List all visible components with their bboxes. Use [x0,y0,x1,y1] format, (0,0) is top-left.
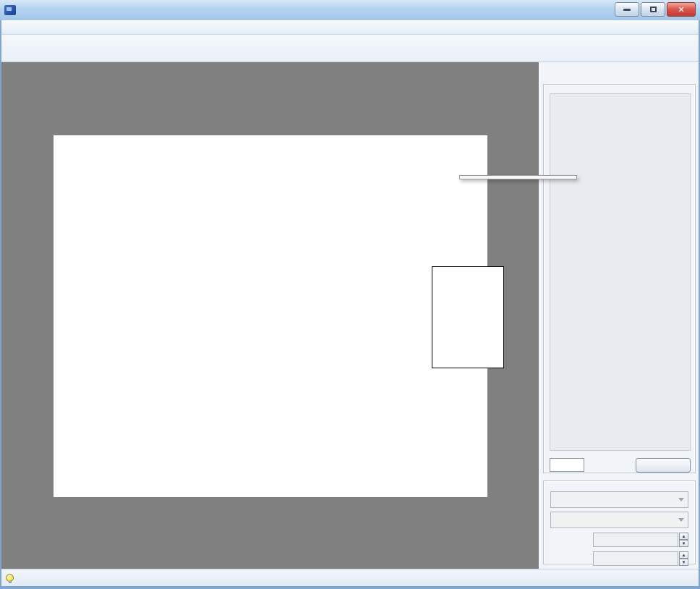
font-family-select[interactable] [550,491,688,508]
color-groupbox [543,84,696,473]
font-groupbox: ▲ ▼ ▲ ▼ [543,480,696,564]
font-angle-input[interactable] [593,551,678,566]
size-step-up-button[interactable]: ▲ [679,533,688,540]
close-button[interactable]: ✕ [667,2,696,17]
chevron-down-icon [678,498,684,504]
more-colors-button[interactable] [636,458,691,473]
chevron-down-icon [678,518,684,525]
font-size-input[interactable] [593,533,678,547]
chart-canvas[interactable] [54,135,487,497]
context-menu [459,175,577,179]
app-window: ✕ [0,0,700,589]
angle-step-down-button[interactable]: ▼ [679,559,688,566]
font-style-select[interactable] [550,512,688,528]
maximize-button[interactable] [641,2,665,17]
toolbar [1,35,699,62]
minimize-icon [623,9,631,11]
right-panel: ▲ ▼ ▲ ▼ [539,62,699,569]
app-icon [4,5,16,15]
desktop-area[interactable] [1,62,539,569]
minimize-button[interactable] [615,2,639,17]
maximize-icon [650,7,657,12]
angle-step-up-button[interactable]: ▲ [679,551,688,559]
chart-legend[interactable] [432,266,504,368]
lightbulb-icon [6,574,14,582]
status-bar [1,569,699,586]
size-step-down-button[interactable]: ▼ [679,540,688,547]
title-bar: ✕ [0,0,700,20]
color-preview-swatch[interactable] [550,458,584,472]
menu-bar [1,20,699,35]
color-palette [550,93,691,451]
